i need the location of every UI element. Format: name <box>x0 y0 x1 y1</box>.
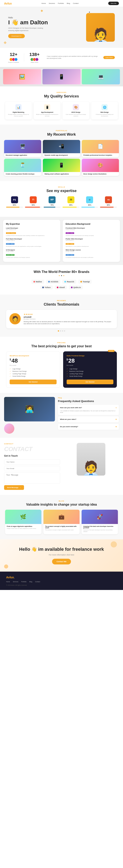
nav-link-contact[interactable]: Contact <box>73 2 79 4</box>
education-card: Education Background Frontend Web Develo… <box>63 220 120 262</box>
exp-badge-0: 2019 - Present <box>6 232 16 234</box>
faq-tag: FAQ <box>58 397 119 399</box>
footer-link-services[interactable]: Services <box>13 581 19 582</box>
work-title: My Recent Work <box>4 132 119 137</box>
testimonial-dots <box>6 330 117 332</box>
exp-item-1: Full Stack Developer Creative Agency 201… <box>6 238 57 247</box>
service-icon-3: 🌐 <box>101 104 107 110</box>
brands-decoration: ✦✦✦ <box>6 275 117 277</box>
work-card-3[interactable]: 🫙 Create stunning product flexible mocku… <box>4 159 41 176</box>
service-card-1: 📱 App Development Mobile and web applica… <box>34 102 60 120</box>
portfolio-preview: 🖼️ 📱 💻 <box>0 67 123 86</box>
exp-desc-0: Leading frontend development team buildi… <box>6 235 57 236</box>
footer-link-blog[interactable]: Blog <box>29 581 32 582</box>
service-desc-0: Strategic digital marketing solutions fo… <box>7 114 30 117</box>
footer-copyright: © 2024 Avlux. All rights reserved. <box>6 585 117 586</box>
blog-card-2[interactable]: 🚀 Amazing Full-stack web developer launc… <box>81 510 118 534</box>
pricing-feature-02: ✓Landing Page Design <box>10 373 56 375</box>
footer-link-portfolio[interactable]: Portfolio <box>21 581 27 582</box>
work-card-2[interactable]: 📄 Printable professional brochure templa… <box>82 140 119 157</box>
pricing-btn-1[interactable]: Get Started <box>67 379 114 384</box>
pricing-plan-1: Popular Static Frontend Design $ 28 Per … <box>63 351 117 388</box>
service-card-3: 🌐 Web Design Professional website design… <box>91 102 118 120</box>
hero-download-btn[interactable]: Download CV <box>8 34 25 38</box>
work-tag: PORTFOLIO <box>4 130 119 131</box>
testimonial-dot-1[interactable] <box>60 330 61 332</box>
pricing-tag: PRICING <box>6 342 117 344</box>
footer-link-contact[interactable]: Contact <box>35 581 40 582</box>
edu-title-1: Flutter Web Developer <box>66 238 117 240</box>
pricing-features-0: ✓Logo Design ✓Business Card Design ✓Land… <box>10 368 56 377</box>
pricing-type-0: WordPress Development <box>10 355 56 357</box>
exp-desc-1: Developed full stack web applications us… <box>6 246 57 247</box>
skill-react: ⚛ 80% <box>81 196 98 208</box>
faq-question-2[interactable]: Do you work remotely? + <box>60 425 117 428</box>
pricing-featured-badge: Popular <box>108 350 115 352</box>
exp-item-2: UI Designer Design Studio 2015 - 2017 Cr… <box>6 249 57 258</box>
faq-question-0[interactable]: How can you work with me? − <box>60 406 117 409</box>
dual-section: My Expertise Lead Developer Tech Solutio… <box>0 217 123 265</box>
nav-cta-button[interactable]: Hire Me <box>108 2 119 5</box>
pricing-feature-12: ✓Landing Page Design <box>67 373 114 375</box>
portfolio-img-3: 💻 <box>82 69 120 84</box>
contact-message-input[interactable] <box>4 472 60 484</box>
send-arrow-icon: → <box>20 487 21 489</box>
portfolio-img-2: 📱 <box>43 69 80 84</box>
testimonial-dot-3[interactable] <box>64 330 65 332</box>
work-card-5[interactable]: 🎨 Decor design vectors illustrations <box>82 159 119 176</box>
pricing-price-0: $ 48 <box>10 358 56 364</box>
nav-link-services[interactable]: Services <box>49 2 55 4</box>
testimonial-dot-2[interactable] <box>62 330 63 332</box>
contact-email-input[interactable] <box>4 466 60 471</box>
exp-item-0: Lead Developer Tech Solutions Inc. 2019 … <box>6 227 57 236</box>
testimonial-stars: ★★★★★ <box>24 313 114 315</box>
pricing-grid: WordPress Development $ 48 Per month ✓Lo… <box>6 351 117 388</box>
faq-image: 🧑‍💻 <box>4 397 55 422</box>
contact-left: CONTACT CONTACT Get in Touch Send Messag… <box>4 443 60 490</box>
footer-logo[interactable]: Avlux. <box>6 576 117 579</box>
contact-name-input[interactable] <box>4 459 60 465</box>
hero-star: ✦ <box>89 11 90 13</box>
faq-question-1[interactable]: What are your rates? + <box>60 418 117 421</box>
blog-card-0[interactable]: 🌿 Proin ut augue dignissim sapientibus I… <box>5 510 42 534</box>
service-desc-2: User interface and experience design sol… <box>64 114 88 117</box>
pricing-section: PRICING The best pricing plans to get yo… <box>0 337 123 393</box>
nav-link-blog[interactable]: Blog <box>67 2 70 4</box>
contact-send-btn[interactable]: Send Message → <box>4 485 24 490</box>
exp-company-0: Tech Solutions Inc. <box>6 229 57 230</box>
service-card-2: 🎨 UI/UX Design User interface and experi… <box>63 102 89 120</box>
work-card-4[interactable]: 📱 Making smart software applications <box>43 159 80 176</box>
edu-item-1: Flutter Web Developer Tech Academy 2016 … <box>66 238 117 247</box>
services-grid: 📊 Digital Marketing Strategic digital ma… <box>5 102 118 120</box>
faq-toggle-0: − <box>116 406 117 409</box>
stats-learn-more-btn[interactable]: Learn More <box>103 56 115 59</box>
exp-company-2: Design Studio <box>6 251 57 252</box>
freelance-contact-btn[interactable]: Contact Me <box>52 559 71 564</box>
nav-link-home[interactable]: Home <box>42 2 46 4</box>
work-card-0[interactable]: 🖥️ Document manager application <box>4 140 41 157</box>
stat-clients-label: Happy Clients <box>30 62 38 63</box>
exp-badge-2: 2015 - 2017 <box>6 254 15 256</box>
pricing-title: The best pricing plans to get your best <box>6 344 117 348</box>
pricing-features-1: ✓Logo Design ✓Business Card Design ✓Land… <box>67 368 114 377</box>
service-icon-2: 🎨 <box>73 104 79 110</box>
testimonial-dot-0[interactable] <box>58 330 59 332</box>
skill-figma: Fi 90% <box>25 196 42 208</box>
edu-title-0: Frontend Web Developer <box>66 227 117 229</box>
service-icon-0: 📊 <box>16 104 22 110</box>
blog-card-1[interactable]: 💼 The product concept is highly associat… <box>44 510 80 534</box>
nav-logo[interactable]: Avlux <box>4 2 12 5</box>
nav-link-portfolio[interactable]: Portfolio <box>58 2 64 4</box>
pricing-btn-0[interactable]: Get Started <box>10 379 56 384</box>
faq-right: FAQ Frequently Asked Questions How can y… <box>58 397 119 431</box>
pricing-type-1: Static Frontend Design <box>67 355 114 357</box>
brand-access: ACCESS <box>46 280 60 284</box>
exp-company-1: Creative Agency <box>6 240 57 241</box>
service-desc-3: Professional website design and developm… <box>93 114 116 117</box>
faq-item-1: What are your rates? + <box>58 416 119 423</box>
brands-title: With The World Premier 80+ Brands <box>6 270 117 274</box>
work-card-1[interactable]: 📲 Dynamic mobile app development <box>43 140 80 157</box>
footer-link-home[interactable]: Home <box>6 581 10 582</box>
faq-item-2: Do you work remotely? + <box>58 424 119 430</box>
testimonial-role: Brooklyn Simmons <box>24 318 114 320</box>
